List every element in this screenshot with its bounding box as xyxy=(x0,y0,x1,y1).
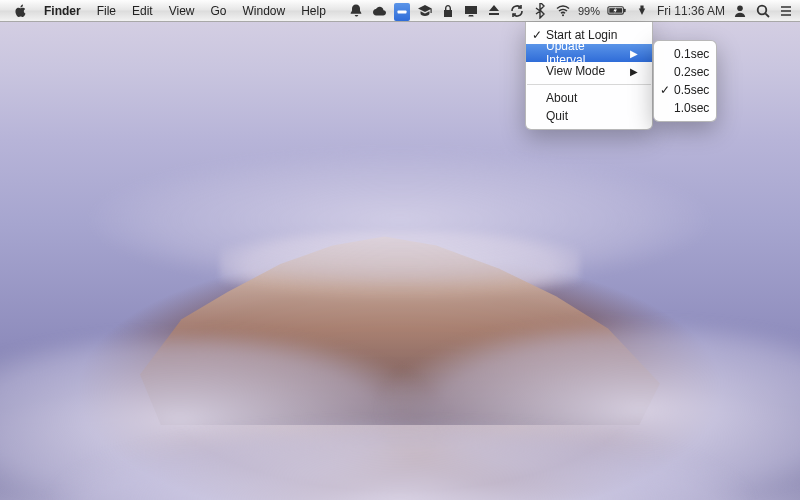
charging-icon xyxy=(634,3,650,19)
menu-item-update-interval[interactable]: Update Interval ▶ xyxy=(526,44,652,62)
menu-item-about[interactable]: About xyxy=(526,89,652,107)
svg-point-5 xyxy=(737,5,743,11)
menu-file[interactable]: File xyxy=(89,0,124,22)
check-icon: ✓ xyxy=(659,83,671,97)
svg-point-1 xyxy=(562,14,564,16)
menu-bar-clock[interactable]: Fri 11:36 AM xyxy=(657,4,725,18)
menu-item-view-mode[interactable]: View Mode ▶ xyxy=(526,62,652,80)
battery-percent[interactable]: 99% xyxy=(578,5,600,17)
svg-rect-0 xyxy=(397,10,406,13)
menu-view[interactable]: View xyxy=(161,0,203,22)
check-icon: ✓ xyxy=(531,28,543,42)
submenu-arrow-icon: ▶ xyxy=(612,48,638,59)
update-interval-submenu: 0.1sec 0.2sec ✓ 0.5sec 1.0sec xyxy=(653,40,717,122)
notification-center-icon[interactable] xyxy=(778,3,794,19)
menu-window[interactable]: Window xyxy=(235,0,294,22)
user-icon[interactable] xyxy=(732,3,748,19)
menu-item-quit[interactable]: Quit xyxy=(526,107,652,125)
menu-edit[interactable]: Edit xyxy=(124,0,161,22)
status-app-menu: ✓ Start at Login Update Interval ▶ View … xyxy=(525,22,653,130)
menu-item-label: About xyxy=(546,91,577,105)
menu-item-label: 1.0sec xyxy=(674,101,709,115)
menu-bar: Finder File Edit View Go Window Help xyxy=(0,0,800,22)
status-display-icon[interactable] xyxy=(463,3,479,19)
apple-menu[interactable] xyxy=(6,0,36,22)
app-menu[interactable]: Finder xyxy=(36,0,89,22)
submenu-item-0-1sec[interactable]: 0.1sec xyxy=(654,45,716,63)
menu-separator xyxy=(527,84,651,85)
menu-bar-left: Finder File Edit View Go Window Help xyxy=(6,0,334,22)
menu-item-label: View Mode xyxy=(546,64,605,78)
svg-point-6 xyxy=(758,5,767,14)
wifi-icon[interactable] xyxy=(555,3,571,19)
status-cloud-icon[interactable] xyxy=(371,3,387,19)
status-sync-icon[interactable] xyxy=(509,3,525,19)
status-lock-icon[interactable] xyxy=(440,3,456,19)
submenu-item-0-2sec[interactable]: 0.2sec xyxy=(654,63,716,81)
menu-item-label: 0.5sec xyxy=(674,83,709,97)
menu-item-label: 0.1sec xyxy=(674,47,709,61)
status-bell-icon[interactable] xyxy=(348,3,364,19)
submenu-item-0-5sec[interactable]: ✓ 0.5sec xyxy=(654,81,716,99)
menu-item-label: Quit xyxy=(546,109,568,123)
menu-go[interactable]: Go xyxy=(203,0,235,22)
submenu-item-1-0sec[interactable]: 1.0sec xyxy=(654,99,716,117)
menu-help[interactable]: Help xyxy=(293,0,334,22)
status-app-icon-active[interactable] xyxy=(394,3,410,21)
status-eject-icon[interactable] xyxy=(486,3,502,19)
bluetooth-icon[interactable] xyxy=(532,3,548,19)
spotlight-icon[interactable] xyxy=(755,3,771,19)
svg-rect-4 xyxy=(624,9,626,13)
menu-item-label: 0.2sec xyxy=(674,65,709,79)
apple-icon xyxy=(14,4,28,18)
submenu-arrow-icon: ▶ xyxy=(612,66,638,77)
battery-icon[interactable] xyxy=(607,3,627,19)
menu-bar-right: 99% Fri 11:36 AM xyxy=(348,1,794,21)
status-hat-icon[interactable] xyxy=(417,3,433,19)
wallpaper-cloud xyxy=(90,150,710,290)
